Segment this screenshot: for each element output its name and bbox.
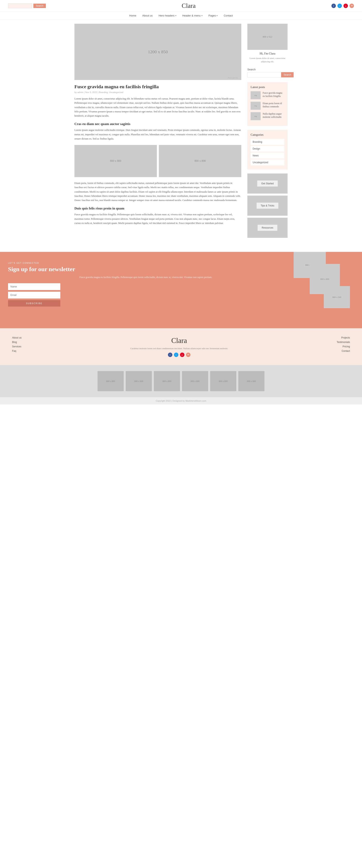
newsletter-content: LET'S GET CONNECTED Sign up for our news… — [8, 262, 290, 318]
article-heading-2: Duis quis felis risus proin in quam — [74, 207, 241, 211]
newsletter-form: SUBSCRIBE — [8, 283, 60, 307]
top-search-input[interactable] — [8, 3, 32, 8]
sidebar-search-input[interactable] — [247, 72, 281, 78]
email-icon[interactable]: ✉ — [350, 4, 354, 8]
latest-post-title-3: Nulla dapibus augue molestie sollicitudi… — [263, 112, 284, 119]
sidebar-search-label: Search — [247, 68, 288, 71]
footer-link-about[interactable]: About us — [12, 336, 22, 339]
cta-resources[interactable]: Resources — [247, 218, 288, 238]
resources-button[interactable]: Resources — [258, 225, 277, 231]
latest-post-title-1: Fusce gravida magna eu facilisis fringil… — [263, 91, 284, 98]
strip-image-3: 800 x 800 — [154, 371, 180, 391]
sidebar-search-row: Search — [247, 72, 288, 78]
top-search-button[interactable]: Search — [33, 4, 46, 8]
footer-twitter-icon[interactable]: t — [174, 352, 178, 357]
footer-main: About us Blog Services Faq Clara Curabit… — [0, 328, 362, 365]
article-image-1: 800 x 800 — [74, 145, 157, 177]
categories-title: Categories — [250, 133, 284, 136]
footer-social: f t p ✉ — [26, 352, 333, 357]
footer-pinterest-icon[interactable]: p — [180, 352, 184, 357]
article-image-row: 800 x 800 800 x 800 — [74, 145, 241, 177]
newsletter-desc: Fusce gravida magna eu facilisis fringil… — [8, 275, 283, 279]
footer-link-contact[interactable]: Contact — [337, 349, 350, 352]
latest-post-thumb-2: img — [250, 102, 261, 110]
tips-tricks-button[interactable]: Tips & Tricks — [257, 203, 278, 209]
nav-contact[interactable]: Contact — [223, 14, 233, 17]
nav-header-menu[interactable]: Header & menu ▾ — [182, 14, 203, 17]
latest-posts-title: Latest posts — [250, 86, 284, 89]
newsletter-email-input[interactable] — [8, 292, 60, 299]
pinterest-icon[interactable]: p — [343, 4, 348, 8]
footer-link-faq[interactable]: Faq — [12, 349, 22, 352]
newsletter-title: Sign up for our newsletter — [8, 266, 283, 273]
newsletter-subscribe-button[interactable]: SUBSCRIBE — [8, 300, 60, 307]
copyright-bar: Copyright 2022 | Designed by MarkHendrik… — [0, 397, 362, 404]
category-branding[interactable]: Branding — [250, 139, 284, 145]
article-meta: by admin | Nov 3, 2022 | Branding, Uncat… — [74, 91, 241, 93]
category-uncategorized[interactable]: Uncategorized — [250, 159, 284, 165]
latest-post-item[interactable]: img Nulla dapibus augue molestie sollici… — [250, 112, 284, 120]
sidebar-search-button[interactable]: Search — [281, 72, 294, 78]
article-paragraph-3: Etiam porta, lorem id finibus commodo, e… — [74, 181, 241, 203]
newsletter-label: LET'S GET CONNECTED — [8, 262, 283, 264]
footer-right-links: Projects Testimonials Pricing Contact — [337, 336, 350, 352]
footer-link-services[interactable]: Services — [12, 345, 22, 348]
footer-logo: Clara — [26, 336, 333, 345]
hero-image: 1200 x 850 Fusce gravida... — [74, 24, 241, 80]
cta-tips-tricks[interactable]: Tips & Tricks — [247, 195, 288, 216]
chevron-down-icon: ▾ — [217, 15, 218, 17]
strip-image-5: 800 x 800 — [210, 371, 236, 391]
article-image-2: 800 x 800 — [159, 145, 241, 177]
footer-link-blog[interactable]: Blog — [12, 341, 22, 344]
article-paragraph-2: Lorem ipsum augue molestie sollicitudin … — [74, 128, 241, 141]
newsletter-section: LET'S GET CONNECTED Sign up for our news… — [0, 252, 362, 328]
sidebar: 800 x 622 Hi, I'm Clara Lorem ipsum dolo… — [247, 24, 288, 240]
footer-email-icon[interactable]: ✉ — [186, 352, 190, 357]
latest-post-item[interactable]: img Fusce gravida magna eu facilisis fri… — [250, 91, 284, 99]
get-started-button[interactable]: Get Started — [257, 181, 277, 187]
nav-hero-headers[interactable]: Hero headers ▾ — [159, 14, 176, 17]
latest-post-title-2: Etiam porta lorem id finibus commodo — [263, 102, 284, 108]
newsletter-images: 800 x 640 800 x 800 800 x 500 — [290, 262, 354, 318]
facebook-icon[interactable]: f — [331, 4, 336, 8]
strip-image-1: 800 x 800 — [97, 371, 124, 391]
main-content: 1200 x 850 Fusce gravida... Fusce gravid… — [74, 24, 241, 240]
latest-post-thumb-1: img — [250, 91, 261, 99]
site-logo: Clara — [46, 2, 331, 9]
nav-about[interactable]: About us — [142, 14, 152, 17]
nav-home[interactable]: Home — [129, 14, 137, 17]
article-title: Fusce gravida magna eu facilisis fringil… — [74, 84, 241, 89]
chevron-down-icon: ▾ — [202, 15, 203, 17]
profile-widget: 800 x 622 Hi, I'm Clara Lorem ipsum dolo… — [247, 24, 288, 63]
footer-link-projects[interactable]: Projects — [337, 336, 350, 339]
profile-image: 800 x 622 — [247, 24, 288, 50]
category-news[interactable]: News — [250, 153, 284, 159]
top-search-area: Search — [8, 3, 46, 8]
strip-image-6: 800 x 800 — [238, 371, 265, 391]
category-design[interactable]: Design — [250, 146, 284, 152]
article-body: Lorem ipsum dolor sit amet, consectetur … — [74, 97, 241, 225]
article: Fusce gravida magna eu facilisis fringil… — [74, 84, 241, 225]
main-nav: Home About us Hero headers ▾ Header & me… — [0, 12, 362, 20]
profile-text: Lorem ipsum dolor sit amet, consectetur … — [247, 57, 288, 63]
footer-link-pricing[interactable]: Pricing — [337, 345, 350, 348]
cta-get-started[interactable]: Get Started — [247, 174, 288, 193]
newsletter-name-input[interactable] — [8, 283, 60, 290]
strip-image-2: 800 x 800 — [126, 371, 152, 391]
latest-post-thumb-3: img — [250, 112, 261, 120]
footer-left-links: About us Blog Services Faq — [12, 336, 22, 352]
article-paragraph-4: Fusce gravida magna eu facilisis fringil… — [74, 213, 241, 225]
categories-widget: Categories Branding Design News Uncatego… — [247, 130, 288, 169]
footer-link-testimonials[interactable]: Testimonials — [337, 341, 350, 344]
hero-caption: Fusce gravida... — [228, 77, 239, 79]
twitter-icon[interactable]: t — [337, 4, 342, 8]
bottom-image-strip: 800 x 800 800 x 800 800 x 800 800 x 800 … — [0, 365, 362, 397]
footer-facebook-icon[interactable]: f — [168, 352, 172, 357]
newsletter-image-3: 800 x 500 — [324, 286, 350, 308]
article-heading-1: Cras eu diam nec quam auctor sagittis — [74, 122, 241, 126]
latest-post-item[interactable]: img Etiam porta lorem id finibus commodo — [250, 102, 284, 110]
nav-pages[interactable]: Pages ▾ — [209, 14, 218, 17]
footer-desc: Curabitur molestie lorem sed diam condim… — [26, 347, 333, 350]
footer-center: Clara Curabitur molestie lorem sed diam … — [26, 336, 333, 357]
page-wrapper: 1200 x 850 Fusce gravida... Fusce gravid… — [70, 20, 292, 244]
